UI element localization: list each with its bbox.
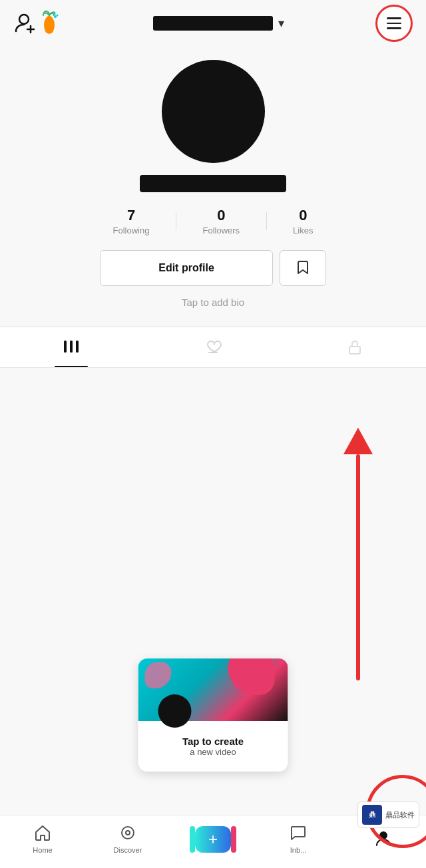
watermark: 鼎 鼎品软件 [357,801,419,828]
card-background [138,658,288,721]
svg-rect-8 [76,341,79,353]
home-label: Home [33,846,52,854]
create-card-subtitle: a new video [190,747,236,757]
watermark-logo: 鼎 [362,805,382,825]
discover-label: Discover [114,846,142,854]
grid-icon [63,338,80,358]
tab-videos[interactable] [0,327,142,367]
inbox-icon [290,824,307,844]
lock-icon [346,338,363,358]
discover-icon [119,824,136,844]
username-display [140,175,286,192]
create-card-title: Tap to create [182,736,244,747]
avatar[interactable] [162,60,265,163]
bookmark-icon [295,259,311,277]
liked-icon [204,338,222,358]
tab-liked[interactable] [142,327,284,367]
followers-count: 0 [217,207,225,224]
username-bar [153,16,273,31]
nav-discover[interactable]: Discover [105,824,151,854]
menu-button[interactable] [375,5,413,42]
home-icon [34,824,51,844]
following-stat[interactable]: 7 Following [87,207,176,235]
svg-point-0 [19,15,29,24]
create-video-card[interactable]: Tap to create a new video [138,658,288,772]
bio-placeholder[interactable]: Tap to add bio [182,297,244,308]
chevron-down-icon: ▾ [278,16,284,31]
following-label: Following [113,225,150,235]
svg-point-11 [122,827,134,839]
likes-stat[interactable]: 0 Likes [266,207,339,235]
card-content: Tap to create a new video [138,721,288,772]
nav-profile[interactable] [360,829,407,849]
nav-inbox[interactable]: Inb... [275,824,321,854]
username-dropdown[interactable]: ▾ [61,16,375,31]
svg-point-12 [126,831,130,835]
svg-rect-6 [64,341,67,353]
top-navigation: ▾ [0,0,426,47]
svg-rect-10 [349,347,360,354]
watermark-text: 鼎品软件 [385,810,415,820]
svg-point-3 [54,15,57,18]
nav-home[interactable]: Home [19,824,66,854]
svg-point-5 [57,15,59,17]
tab-private[interactable] [284,327,426,367]
followers-label: Followers [202,225,240,235]
content-area: Tap to create a new video [0,368,426,868]
profile-section: 7 Following 0 Followers 0 Likes Edit pro… [0,47,426,327]
red-arrow-annotation [343,428,373,680]
profile-tabs [0,327,426,368]
likes-count: 0 [299,207,307,224]
plus-icon: + [208,831,218,847]
following-count: 7 [127,207,135,224]
followers-stat[interactable]: 0 Followers [176,207,266,235]
profile-icon [375,829,392,849]
add-user-button[interactable] [13,11,37,35]
likes-label: Likes [293,225,313,235]
inbox-label: Inb... [290,846,306,854]
hamburger-icon [387,17,401,29]
action-buttons: Edit profile [100,250,326,286]
svg-point-13 [380,832,387,839]
bookmark-button[interactable] [280,250,326,286]
create-button[interactable]: + [195,826,231,853]
svg-rect-7 [70,341,73,353]
nav-create[interactable]: + [190,826,236,853]
stats-row: 7 Following 0 Followers 0 Likes [0,207,426,235]
app-logo [37,10,61,37]
svg-point-4 [54,13,56,15]
edit-profile-button[interactable]: Edit profile [100,250,273,286]
